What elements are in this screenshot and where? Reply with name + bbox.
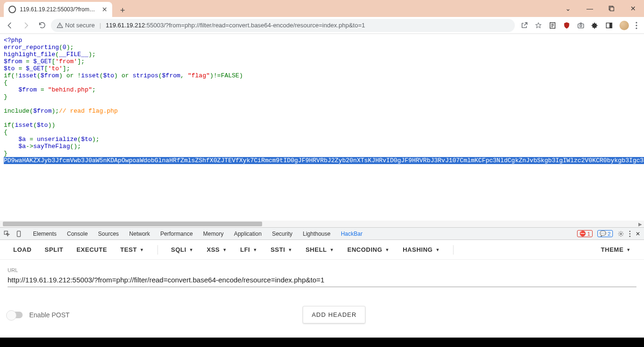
- kebab-icon[interactable]: [629, 231, 631, 237]
- separator: |: [99, 22, 101, 29]
- hackbar-split-button[interactable]: SPLIT: [45, 246, 63, 253]
- window-maximize-button[interactable]: [601, 0, 622, 17]
- address-bar[interactable]: Not secure | 119.61.19.212:55003/?from=p…: [51, 19, 515, 32]
- svg-point-20: [629, 235, 631, 237]
- divider: [453, 245, 454, 255]
- chevron-down-icon: ▼: [288, 248, 292, 252]
- svg-rect-11: [610, 23, 612, 28]
- devtools-tab-memory[interactable]: Memory: [203, 231, 223, 237]
- svg-point-13: [636, 25, 637, 26]
- shield-icon[interactable]: [563, 22, 570, 29]
- hackbar-body: URL Enable POST ADD HEADER: [0, 260, 644, 328]
- devtools-tab-lighthouse[interactable]: Lighthouse: [303, 231, 330, 237]
- reader-icon[interactable]: [549, 22, 556, 29]
- svg-point-14: [636, 27, 637, 29]
- svg-point-19: [629, 233, 631, 234]
- add-header-button[interactable]: ADD HEADER: [303, 306, 365, 323]
- star-icon[interactable]: [535, 22, 542, 29]
- not-secure-warning: Not secure: [57, 22, 95, 29]
- hackbar-xss-button[interactable]: XSS▼: [207, 246, 227, 253]
- svg-point-12: [636, 22, 637, 23]
- back-button[interactable]: [3, 18, 17, 33]
- url-input[interactable]: [8, 273, 636, 287]
- url-text: 119.61.19.212:55003/?from=php://filter/r…: [106, 22, 365, 29]
- chevron-down-icon: ▼: [436, 248, 440, 252]
- forward-button[interactable]: [19, 18, 33, 33]
- window-minimize-button[interactable]: —: [579, 0, 601, 17]
- enable-post-toggle[interactable]: [8, 312, 23, 318]
- devtools-tab-hackbar[interactable]: HackBar: [341, 231, 363, 237]
- svg-rect-15: [4, 231, 8, 234]
- close-icon[interactable]: ✕: [636, 231, 640, 237]
- svg-point-9: [580, 25, 582, 26]
- devtools-tab-sources[interactable]: Sources: [98, 231, 119, 237]
- profile-avatar[interactable]: [619, 21, 629, 30]
- chevron-down-icon: ▼: [189, 248, 193, 252]
- scrollbar-thumb[interactable]: [3, 222, 262, 226]
- taskbar: [0, 338, 644, 347]
- new-tab-button[interactable]: +: [116, 4, 129, 17]
- divider: [157, 245, 158, 255]
- browser-toolbar: Not secure | 119.61.19.212:55003/?from=p…: [0, 17, 644, 34]
- add-header-container: ADD HEADER: [303, 306, 365, 323]
- globe-icon: [8, 6, 16, 13]
- info-badge[interactable]: 💬2: [597, 230, 613, 237]
- devtools-tab-performance[interactable]: Performance: [160, 231, 193, 237]
- devtools-tab-application[interactable]: Application: [234, 231, 262, 237]
- devtools-tabs: ElementsConsoleSourcesNetworkPerformance…: [0, 228, 644, 240]
- devtools-tab-console[interactable]: Console: [67, 231, 88, 237]
- hackbar-toolbar: LOADSPLITEXECUTETEST▼SQLI▼XSS▼LFI▼SSTI▼S…: [0, 240, 644, 260]
- inspect-icon[interactable]: [4, 231, 10, 237]
- hackbar-ssti-button[interactable]: SSTI▼: [271, 246, 292, 253]
- side-panel-icon[interactable]: [605, 22, 613, 29]
- hackbar-execute-button[interactable]: EXECUTE: [76, 246, 107, 253]
- hackbar-sqli-button[interactable]: SQLI▼: [171, 246, 194, 253]
- chevron-down-icon[interactable]: ⌄: [557, 0, 579, 17]
- svg-point-18: [629, 231, 631, 232]
- chevron-down-icon: ▼: [223, 248, 227, 252]
- chevron-down-icon: ▼: [385, 248, 389, 252]
- chevron-down-icon: ▼: [140, 248, 144, 252]
- enable-post-label: Enable POST: [29, 311, 70, 319]
- window-titlebar: 119.61.19.212:55003/?from=php ✕ + ⌄ — ✕: [0, 0, 644, 17]
- devtools-tab-security[interactable]: Security: [272, 231, 292, 237]
- hackbar-shell-button[interactable]: SHELL▼: [305, 246, 334, 253]
- svg-rect-8: [578, 24, 584, 28]
- svg-rect-16: [17, 231, 20, 237]
- devtools-tab-elements[interactable]: Elements: [33, 231, 57, 237]
- extension-icons: [517, 21, 641, 30]
- selected-base64-output: PD9waHAKZXJyb3JfcmVwb3J0aW5nKDApOwpoaWdo…: [4, 157, 644, 164]
- hackbar-lfi-button[interactable]: LFI▼: [240, 246, 257, 253]
- share-icon[interactable]: [520, 22, 528, 29]
- browser-tab[interactable]: 119.61.19.212:55003/?from=php ✕: [4, 2, 112, 17]
- hackbar-encoding-button[interactable]: ENCODING▼: [347, 246, 389, 253]
- tab-title: 119.61.19.212:55003/?from=php: [20, 6, 98, 13]
- window-close-button[interactable]: ✕: [622, 0, 644, 17]
- error-badge[interactable]: ⛔1: [577, 230, 593, 237]
- hackbar-test-button[interactable]: TEST▼: [120, 246, 144, 253]
- not-secure-text: Not secure: [65, 22, 95, 29]
- close-icon[interactable]: ✕: [102, 6, 107, 13]
- extensions-icon[interactable]: [591, 22, 599, 29]
- page-content: <?php error_reporting(0); highlight_file…: [0, 34, 644, 221]
- devtools-tab-network[interactable]: Network: [129, 231, 150, 237]
- scrollbar-arrow-icon[interactable]: ▶: [638, 222, 642, 227]
- gear-icon[interactable]: [618, 231, 624, 237]
- reload-button[interactable]: [35, 18, 49, 33]
- hackbar-load-button[interactable]: LOAD: [13, 246, 32, 253]
- horizontal-scrollbar[interactable]: ▶: [0, 221, 644, 227]
- svg-rect-1: [610, 7, 614, 11]
- chevron-down-icon: ▼: [253, 248, 257, 252]
- menu-icon[interactable]: [636, 22, 637, 29]
- warning-icon: [57, 22, 63, 29]
- hackbar-hashing-button[interactable]: HASHING▼: [403, 246, 440, 253]
- svg-point-3: [59, 26, 60, 27]
- device-icon[interactable]: [16, 231, 23, 237]
- devtools-panel: ElementsConsoleSourcesNetworkPerformance…: [0, 227, 644, 328]
- camera-icon[interactable]: [577, 22, 585, 29]
- chevron-down-icon: ▼: [330, 248, 334, 252]
- window-controls: ⌄ — ✕: [557, 0, 644, 17]
- php-source: <?php error_reporting(0); highlight_file…: [0, 34, 644, 167]
- url-label: URL: [8, 267, 636, 273]
- theme-dropdown[interactable]: THEME▼: [601, 246, 631, 253]
